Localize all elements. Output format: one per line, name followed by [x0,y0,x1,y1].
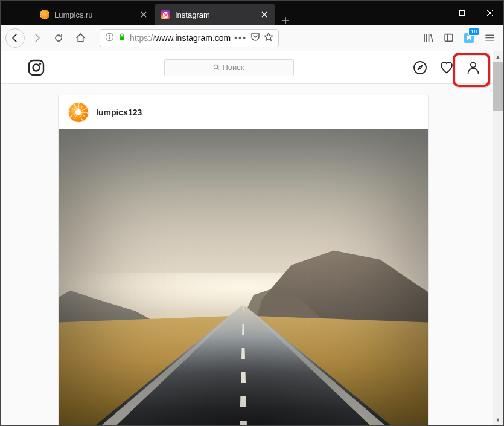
activity-heart-button[interactable] [439,60,454,75]
search-icon [213,64,220,71]
svg-rect-8 [29,60,43,75]
svg-line-12 [218,68,220,70]
annotation-highlight [453,53,490,87]
instagram-feed: lumpics123 [1,84,493,425]
browser-tab-lumpics[interactable]: Lumpics.ru [34,4,155,25]
site-info-icon[interactable] [105,33,114,44]
browser-tabs: Lumpics.ru Instagram [1,1,420,25]
favicon-lumpics [40,10,49,19]
svg-rect-5 [445,34,453,42]
post-header: lumpics123 [59,95,428,129]
instagram-logo-icon[interactable] [28,59,45,76]
page-content: Поиск lumpics123 [1,51,493,425]
instagram-header: Поиск [1,51,493,84]
svg-point-13 [414,62,426,74]
vertical-scrollbar[interactable]: ▲ ▼ [493,51,503,425]
library-button[interactable] [419,29,437,47]
scroll-thumb[interactable] [493,62,503,111]
tab-close-icon[interactable] [260,10,269,19]
post-author-username[interactable]: lumpics123 [96,108,142,117]
nav-reload-button[interactable] [49,28,68,48]
address-bar[interactable]: https://www.instagram.com ••• [100,29,279,47]
bookmark-star-icon[interactable] [264,32,273,44]
window-minimize-button[interactable] [420,1,448,25]
scroll-up-button[interactable]: ▲ [493,51,503,62]
window-titlebar: Lumpics.ru Instagram [1,1,503,25]
page-actions-icon[interactable]: ••• [234,33,247,43]
url-host: www.instagram.com [155,33,231,43]
post-image[interactable] [59,129,428,425]
scroll-down-button[interactable]: ▼ [493,415,503,425]
sidebar-button[interactable] [439,29,458,47]
explore-button[interactable] [413,60,427,75]
svg-point-2 [109,34,110,36]
nav-forward-button [27,28,46,48]
lock-icon[interactable] [118,33,126,43]
svg-point-9 [33,64,40,71]
nav-back-button[interactable] [5,28,25,48]
tab-close-icon[interactable] [139,10,148,19]
tab-label: Lumpics.ru [54,10,139,19]
tab-label: Instagram [175,10,260,19]
window-close-button[interactable] [476,1,503,25]
browser-tab-instagram[interactable]: Instagram [155,4,275,25]
url-text: https://www.instagram.com [130,33,231,43]
browser-toolbar: https://www.instagram.com ••• 18 [1,25,503,51]
pocket-icon[interactable] [250,32,260,44]
svg-rect-0 [459,10,464,15]
post-author-avatar[interactable] [68,102,89,123]
svg-rect-4 [120,36,124,40]
svg-point-11 [214,65,218,68]
svg-point-10 [39,62,41,64]
extension-badge: 18 [468,28,479,36]
favicon-instagram [161,10,170,19]
instagram-search-input[interactable]: Поиск [164,59,294,76]
extension-button[interactable]: 18 [460,29,478,47]
window-maximize-button[interactable] [448,1,476,25]
url-scheme: https:// [130,33,155,43]
window-controls [420,1,503,25]
svg-rect-3 [109,36,110,39]
new-tab-button[interactable] [275,16,296,25]
search-placeholder: Поиск [222,63,244,72]
nav-home-button[interactable] [71,28,90,48]
app-menu-button[interactable] [480,33,499,43]
feed-post: lumpics123 [58,95,429,425]
